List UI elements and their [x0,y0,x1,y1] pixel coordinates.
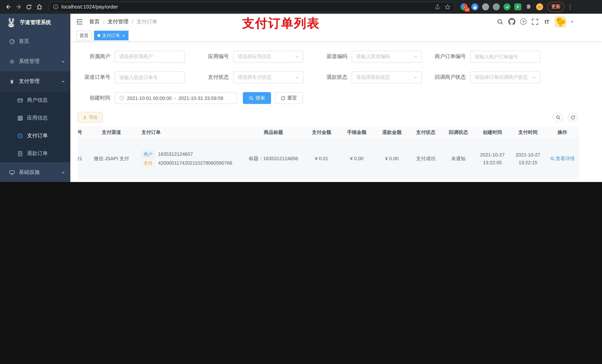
reset-button[interactable]: 重置 [275,92,303,104]
header-channel: 支付渠道 [91,126,132,139]
extension-sage-icon[interactable] [493,3,500,10]
filter-label-channel-order-no: 渠道订单号 [78,74,115,81]
filter-label-app: 应用编号 [196,53,233,60]
reset-button-label: 重置 [287,95,297,101]
address-bar[interactable]: localhost:1024/pay/order [48,2,455,12]
sidebar-item-home[interactable]: 首页 [0,31,70,52]
user-avatar[interactable]: 🐤 [555,16,566,27]
merchant-select[interactable]: 请选择所属商户 [115,51,185,62]
pay-status-select[interactable]: 请选择支付状态 [233,71,304,83]
tab-home[interactable]: 首页 [76,31,92,40]
tab-close-icon[interactable]: × [122,33,125,38]
reload-icon[interactable] [24,2,34,12]
screen: localhost:1024/pay/order 10 [0,0,602,182]
table-row: 121 微信 JSAPI 支付 商户1635312124657 支付420000… [78,139,579,178]
app-select[interactable]: 请选择应用信息 [233,51,304,62]
extensions-puzzle-icon[interactable] [525,3,532,10]
cell-action: 查看详情 [546,178,579,182]
table-header-row: 编号 支付渠道 支付订单 商品标题 支付金额 手续金额 退款金额 支付状态 回调… [78,126,579,139]
profile-avatar-icon[interactable] [536,3,543,10]
notify-status-select[interactable]: 请选择订单回调商户状态 [470,71,540,83]
app-title: 芋道管理系统 [20,19,51,26]
extension-badge: 10 [464,7,470,12]
extension-colorful-icon[interactable]: 10 [461,3,468,10]
browser-menu-icon[interactable]: ⋮ [567,3,573,10]
breadcrumb-separator: / [132,19,133,25]
create-time-range-picker[interactable]: 2021-10-01 00:00:00 - 2021-10-31 23:59:5… [115,92,237,104]
sidebar-item-app-info[interactable]: 应用信息 [0,109,70,127]
sidebar-item-pay-order[interactable]: 支付订单 [0,127,70,145]
header-status: 支付状态 [409,126,442,139]
search-icon[interactable] [497,18,504,25]
clock-icon [119,95,124,101]
forward-icon[interactable] [13,2,24,12]
cell-refund: ¥ 0.00 [374,178,409,182]
extension-tray: 10 [461,3,543,10]
header-refund: 退款金额 [374,126,409,139]
dashboard-icon [9,39,15,44]
cell-create-time: 2021-10-2713:22:05 [475,139,510,178]
breadcrumb-home[interactable]: 首页 [89,18,100,25]
channel-order-no-input[interactable] [115,71,185,83]
chevron-down-icon [532,75,536,79]
sidebar-item-label: 支付订单 [27,132,48,139]
search-button-label: 搜索 [256,95,265,101]
extension-check-icon[interactable] [504,3,511,10]
back-icon[interactable] [3,2,13,12]
sidebar-toggle-icon[interactable] [76,18,83,25]
home-icon[interactable] [34,2,44,12]
breadcrumb-section[interactable]: 支付管理 [108,18,129,25]
fullscreen-icon[interactable] [531,18,538,25]
cell-amount: ¥ 0.01 [304,178,339,182]
pay-submenu: 商户信息 应用信息 支付订单 [0,91,70,162]
refresh-table-button[interactable] [568,113,578,122]
url-text: localhost:1024/pay/order [62,4,118,10]
filter-label-notify-status: 回调商户状态 [433,74,470,81]
placeholder-text: 请输入渠道编码 [356,53,390,60]
sidebar-item-infra[interactable]: 基础设施 [0,162,70,182]
placeholder-text: 请选择所属商户 [119,53,153,60]
chevron-down-icon [414,54,418,59]
cell-id: 120 [78,178,91,182]
table-row: 120 微信 JSAPI 支付 商户1635311949168 支付420000… [78,178,579,182]
share-icon[interactable] [435,4,440,10]
tab-pay-order[interactable]: 支付订单 × [94,31,128,40]
cell-amount: ¥ 0.01 [304,139,339,178]
cell-title: 标题：1635311949168 [243,178,304,182]
header-title: 商品标题 [243,126,304,139]
browser-update-button[interactable]: 更新 [548,2,564,12]
chevron-up-icon [61,79,65,83]
filter-label-channel-code: 渠道编码 [315,53,352,60]
site-info-icon[interactable] [53,4,58,10]
cell-pay-time: 2021-10-2713:19:15 [510,178,546,182]
help-icon[interactable]: ? [520,19,527,25]
placeholder-text: 请选择退款状态 [356,74,390,81]
toggle-search-button[interactable] [553,113,563,122]
caret-down-icon[interactable]: ▾ [571,19,573,24]
font-size-icon[interactable]: tT [543,18,550,25]
extension-gray-icon[interactable] [482,3,489,10]
sidebar-item-system[interactable]: 系统管理 [0,52,70,71]
view-detail-link[interactable]: 查看详情 [550,155,575,162]
chevron-down-icon [295,54,299,59]
github-icon[interactable] [508,18,516,25]
channel-code-select[interactable]: 请输入渠道编码 [352,51,422,62]
sidebar-item-refund-order[interactable]: 退款订单 [0,145,70,162]
header-id: 编号 [78,126,91,139]
merchant-tag: 商户 [141,150,155,158]
search-button[interactable]: 搜索 [243,92,271,104]
extension-chat-icon[interactable] [514,3,521,10]
merchant-order-no: 1635312124657 [158,151,193,157]
top-navbar: 首页 / 支付管理 / 支付订单 支付订单列表 ? [70,14,602,30]
extension-drop-icon[interactable] [471,3,478,10]
merchant-order-no-input[interactable] [470,51,540,62]
search-icon [550,156,554,161]
export-button[interactable]: 导出 [78,112,103,123]
bookmark-star-icon[interactable] [445,4,451,10]
sidebar-item-merchant-info[interactable]: 商户信息 [0,91,70,109]
sidebar-item-pay[interactable]: ¥ 支付管理 [0,71,70,91]
filter-label-merchant-order-no: 商户订单编号 [433,53,470,60]
refund-status-select[interactable]: 请选择退款状态 [352,71,422,83]
header-action: 操作 [546,126,579,139]
cell-refund: ¥ 0.00 [374,139,409,178]
